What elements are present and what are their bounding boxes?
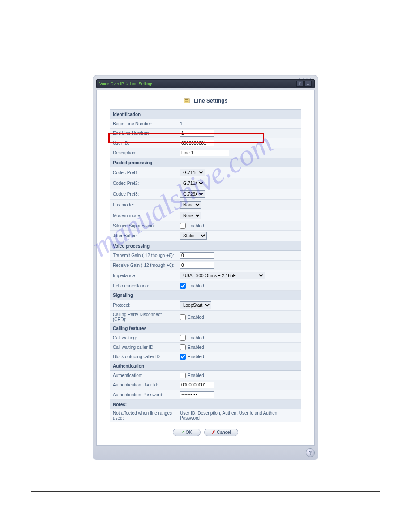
codec1-label: Codec Pref1: bbox=[110, 167, 177, 178]
cpd-label: Calling Party Disconnect (CPD): bbox=[110, 311, 177, 324]
impedance-label: Impedance: bbox=[110, 270, 177, 281]
ok-button[interactable]: ✓OK bbox=[173, 429, 201, 436]
fax-mode-select[interactable]: None bbox=[180, 201, 201, 209]
fax-mode-label: Fax mode: bbox=[110, 200, 177, 210]
titlebar-icon-2[interactable]: ≡ bbox=[304, 81, 312, 87]
block-cid-checkbox[interactable] bbox=[180, 354, 186, 360]
cwcid-label: Call waiting caller ID: bbox=[110, 343, 177, 352]
begin-line-number-label: Begin Line Number: bbox=[110, 119, 177, 129]
auth-pw-label: Authentication Password: bbox=[110, 390, 177, 400]
auth-pw-input[interactable] bbox=[180, 391, 214, 398]
cpd-checkbox[interactable] bbox=[180, 314, 186, 320]
protocol-select[interactable]: LoopStart bbox=[180, 301, 211, 309]
rx-gain-label: Receive Gain (-12 through +6): bbox=[110, 261, 177, 270]
grip-dots-icon: • • • •• • • • bbox=[299, 76, 312, 80]
codec2-select[interactable]: G.711A bbox=[180, 180, 205, 187]
titlebar: Voice Over IP -> Line Settings ⊞ ≡ bbox=[96, 79, 315, 88]
impedance-select[interactable]: USA - 900 Ohms + 2.16uF bbox=[180, 272, 265, 279]
titlebar-icon-1[interactable]: ⊞ bbox=[296, 81, 304, 87]
tx-gain-label: Transmit Gain (-12 though +6): bbox=[110, 251, 177, 261]
section-voice: Voice processing bbox=[110, 241, 301, 251]
help-button[interactable]: ? bbox=[306, 448, 315, 457]
silence-label: Silence Suppression: bbox=[110, 221, 177, 231]
section-notes: Notes: bbox=[110, 400, 301, 409]
call-waiting-label: Call waiting: bbox=[110, 333, 177, 343]
notes-value: User ID, Description, Authen. User Id an… bbox=[177, 409, 301, 422]
rx-gain-input[interactable] bbox=[180, 262, 214, 269]
settings-form: Identification Begin Line Number: 1 End … bbox=[110, 109, 301, 422]
end-line-number-label: End Line Number: bbox=[110, 129, 177, 138]
modem-mode-label: Modem mode: bbox=[110, 210, 177, 221]
svg-rect-2 bbox=[185, 101, 188, 102]
end-line-number-input[interactable] bbox=[180, 130, 214, 137]
user-id-input[interactable] bbox=[180, 140, 214, 146]
jitter-select[interactable]: Static bbox=[180, 232, 207, 240]
notes-label: Not affected when line ranges used: bbox=[110, 409, 177, 422]
codec3-select[interactable]: G.729A bbox=[180, 190, 205, 198]
user-id-label: User ID: bbox=[110, 138, 177, 148]
breadcrumb: Voice Over IP -> Line Settings bbox=[99, 82, 295, 86]
codec1-select[interactable]: G.711u bbox=[180, 169, 205, 176]
settings-panel: • • • •• • • • Voice Over IP -> Line Set… bbox=[93, 75, 318, 460]
auth-user-input[interactable] bbox=[180, 382, 214, 388]
description-input[interactable] bbox=[180, 150, 229, 156]
modem-mode-select[interactable]: None bbox=[180, 212, 201, 219]
auth-checkbox[interactable] bbox=[180, 373, 186, 378]
codec3-label: Codec Pref3: bbox=[110, 189, 177, 200]
call-waiting-checkbox[interactable] bbox=[180, 335, 186, 341]
settings-icon bbox=[184, 98, 191, 104]
section-auth: Authentication bbox=[110, 361, 301, 371]
auth-user-label: Authentication User Id: bbox=[110, 380, 177, 390]
check-icon: ✓ bbox=[181, 430, 184, 435]
jitter-label: Jitter Buffer: bbox=[110, 231, 177, 241]
section-packet: Packet processing bbox=[110, 158, 301, 167]
echo-label: Echo cancellation: bbox=[110, 281, 177, 291]
section-calling: Calling features bbox=[110, 324, 301, 333]
silence-checkbox[interactable] bbox=[180, 223, 186, 229]
x-icon: ✗ bbox=[212, 430, 215, 435]
description-label: Description: bbox=[110, 148, 177, 158]
protocol-label: Protocol: bbox=[110, 300, 177, 311]
block-cid-label: Block outgoing caller ID: bbox=[110, 352, 177, 361]
tx-gain-input[interactable] bbox=[180, 252, 214, 259]
auth-label: Authentication: bbox=[110, 371, 177, 380]
codec2-label: Codec Pref2: bbox=[110, 178, 177, 189]
echo-checkbox[interactable] bbox=[180, 283, 186, 289]
cancel-button[interactable]: ✗Cancel bbox=[204, 429, 238, 436]
section-identification: Identification bbox=[110, 110, 301, 119]
begin-line-number-value: 1 bbox=[177, 119, 301, 129]
cwcid-checkbox[interactable] bbox=[180, 344, 186, 350]
svg-rect-1 bbox=[185, 99, 188, 100]
section-signaling: Signaling bbox=[110, 291, 301, 300]
page-title: Line Settings bbox=[110, 98, 301, 104]
